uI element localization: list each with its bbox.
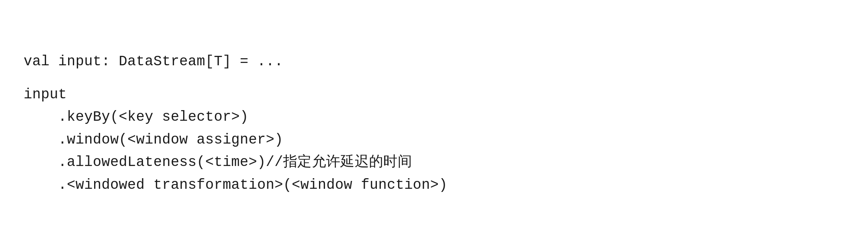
code-line-5: .allowedLateness(<time>)//指定允许延迟的时间 xyxy=(24,151,447,174)
code-line-2: input xyxy=(24,83,447,106)
code-line-3: .keyBy(<key selector>) xyxy=(24,106,447,129)
blank-line-1 xyxy=(24,73,447,83)
code-line-4: .window(<window assigner>) xyxy=(24,129,447,151)
code-line-6: .<windowed transformation>(<window funct… xyxy=(24,174,447,197)
code-block: val input: DataStream[T] = ... input .ke… xyxy=(24,50,447,196)
code-line-1: val input: DataStream[T] = ... xyxy=(24,50,447,73)
